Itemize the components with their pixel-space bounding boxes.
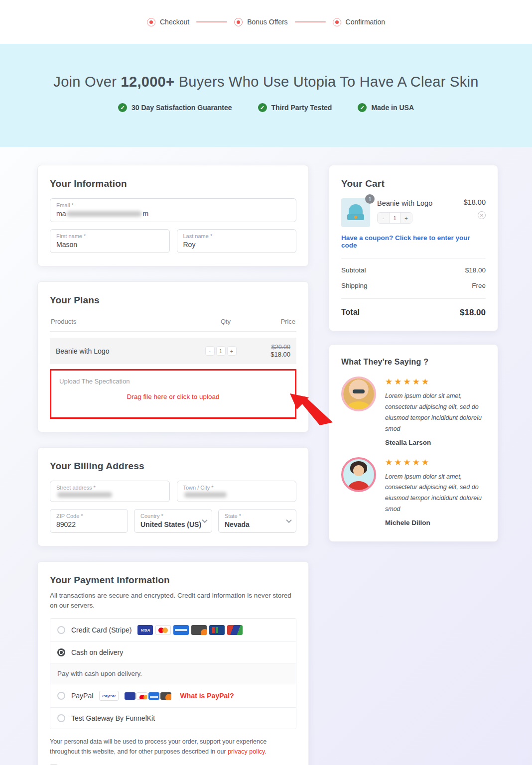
what-is-paypal-link[interactable]: What is PayPal? [180, 692, 234, 700]
qty-decrease-button[interactable]: - [205, 346, 215, 356]
method-label: Cash on delivery [71, 648, 123, 656]
state-label: State * [225, 513, 290, 519]
method-cash-on-delivery[interactable]: Cash on delivery [50, 642, 296, 663]
file-upload-dropzone[interactable]: Drag file here or click to upload [59, 393, 287, 400]
total-row: Total $18.00 [341, 308, 486, 318]
radio-unselected-icon[interactable] [57, 692, 65, 700]
step-confirmation[interactable]: Confirmation [333, 18, 385, 26]
qty-increase-button[interactable]: + [400, 213, 412, 223]
step-label: Checkout [160, 18, 189, 26]
plan-row: Beanie with Logo - 1 + $20.00 $18.00 [50, 338, 296, 364]
badge-label: Made in USA [371, 104, 414, 112]
hero-badges: ✓ 30 Day Satisfaction Guarantee ✓ Third … [0, 103, 532, 112]
method-test-gateway[interactable]: Test Gateway By FunnelKit [50, 708, 296, 729]
method-credit-card[interactable]: Credit Card (Stripe) VISA [50, 619, 296, 642]
radio-unselected-icon[interactable] [57, 714, 65, 722]
last-name-label: Last name * [183, 233, 290, 239]
mastercard-icon [155, 625, 171, 635]
testimonial: ★★★★★ Lorem ipsum dolor sit amet, consec… [341, 457, 486, 527]
cart-qty-badge: 1 [365, 194, 375, 204]
town-value [183, 492, 290, 498]
payment-information-card: Your Payment Information All transaction… [37, 561, 309, 765]
current-price: $18.00 [251, 351, 290, 358]
email-field[interactable]: Email * ma m [50, 198, 296, 222]
star-rating: ★★★★★ [385, 377, 486, 387]
last-name-field[interactable]: Last name * Roy [177, 229, 297, 253]
cart-item-name: Beanie with Logo [377, 199, 457, 207]
last-name-value: Roy [183, 241, 290, 249]
quantity-stepper: - 1 + [191, 346, 251, 356]
radio-unselected-icon[interactable] [57, 626, 65, 634]
country-select[interactable]: Country * United States (US) [134, 509, 212, 533]
avatar [341, 377, 376, 411]
section-title: Your Plans [50, 295, 296, 306]
plans-table-header: Products Qty Price [50, 315, 296, 332]
country-label: Country * [140, 513, 206, 519]
town-city-field[interactable]: Town / City * [177, 481, 297, 502]
total-value: $18.00 [460, 308, 486, 318]
method-paypal[interactable]: PayPal PayPal What is PayPal? [50, 684, 296, 708]
redacted-street [57, 492, 112, 498]
testimonials-card: What They're Saying ? ★★★★★ Lorem ipsum … [329, 344, 498, 542]
step-radio-icon [147, 18, 155, 26]
step-bonus-offers[interactable]: Bonus Offers [234, 18, 287, 26]
qty-increase-button[interactable]: + [227, 346, 237, 356]
check-icon: ✓ [258, 103, 267, 112]
country-value: United States (US) [140, 520, 206, 528]
steps: Checkout Bonus Offers Confirmation [147, 18, 385, 26]
privacy-policy-link[interactable]: privacy policy [228, 748, 265, 755]
col-qty: Qty [196, 318, 256, 325]
state-select[interactable]: State * Nevada [218, 509, 296, 533]
testimonial: ★★★★★ Lorem ipsum dolor sit amet, consec… [341, 377, 486, 446]
redacted-email [67, 211, 141, 217]
cart-item: 1 Beanie with Logo - 1 + $18.00 ✕ [341, 198, 486, 227]
hero-banner: Join Over 12,000+ Buyers Who Use Utopia … [0, 44, 532, 147]
email-value: ma m [56, 210, 290, 218]
discover-icon [191, 625, 207, 635]
first-name-value: Mason [56, 241, 163, 249]
badge-label: 30 Day Satisfaction Guarantee [132, 104, 232, 112]
upload-specification-annotated-region: Upload The Specfication Drag file here o… [50, 369, 296, 419]
radio-selected-icon[interactable] [57, 648, 65, 656]
street-address-field[interactable]: Street address * [50, 481, 170, 502]
col-price: Price [256, 318, 295, 325]
street-value [56, 492, 163, 498]
coupon-link[interactable]: Have a coupon? Click here to enter your … [341, 234, 486, 249]
qty-value[interactable]: 1 [216, 346, 226, 356]
amex-icon [148, 692, 159, 700]
section-title: Your Information [50, 178, 296, 189]
zip-code-field[interactable]: ZIP Code * 89022 [50, 509, 128, 533]
checkout-form-column: Your Information Email * ma m First name… [37, 165, 309, 765]
payment-methods-list: Credit Card (Stripe) VISA Cash on delive… [50, 618, 296, 729]
badge-tested: ✓ Third Party Tested [258, 103, 332, 112]
step-checkout[interactable]: Checkout [147, 18, 189, 26]
beanie-illustration [349, 204, 363, 215]
testimonial-body: ★★★★★ Lorem ipsum dolor sit amet, consec… [385, 457, 486, 527]
reviewer-name: Michele Dillon [385, 519, 486, 526]
divider [341, 258, 486, 258]
step-label: Bonus Offers [247, 18, 287, 26]
email-label: Email * [56, 202, 290, 208]
step-radio-icon [234, 18, 243, 26]
hero-title: Join Over 12,000+ Buyers Who Use Utopia … [0, 74, 532, 90]
payment-subtitle: All transactions are secure and encrypte… [50, 591, 296, 610]
first-name-label: First name * [56, 233, 163, 239]
qty-value[interactable]: 1 [389, 213, 400, 223]
check-icon: ✓ [358, 103, 367, 112]
old-price: $20.00 [251, 344, 290, 351]
testimonial-body: ★★★★★ Lorem ipsum dolor sit amet, consec… [385, 377, 486, 446]
cart-item-right: $18.00 ✕ [464, 198, 486, 227]
street-label: Street address * [56, 485, 163, 491]
remove-item-icon[interactable]: ✕ [478, 211, 486, 219]
diners-club-icon [227, 625, 243, 635]
upload-label: Upload The Specfication [59, 378, 287, 385]
amex-icon [173, 625, 189, 635]
discover-icon [160, 692, 171, 700]
testimonial-text: Lorem ipsum dolor sit amet, consectetur … [385, 391, 486, 435]
step-connector [196, 21, 227, 22]
shipping-label: Shipping [341, 282, 368, 289]
product-image-wrap: 1 [341, 198, 370, 227]
reviewer-name: Stealla Larson [385, 439, 486, 446]
qty-decrease-button[interactable]: - [378, 213, 389, 223]
first-name-field[interactable]: First name * Mason [50, 229, 170, 253]
